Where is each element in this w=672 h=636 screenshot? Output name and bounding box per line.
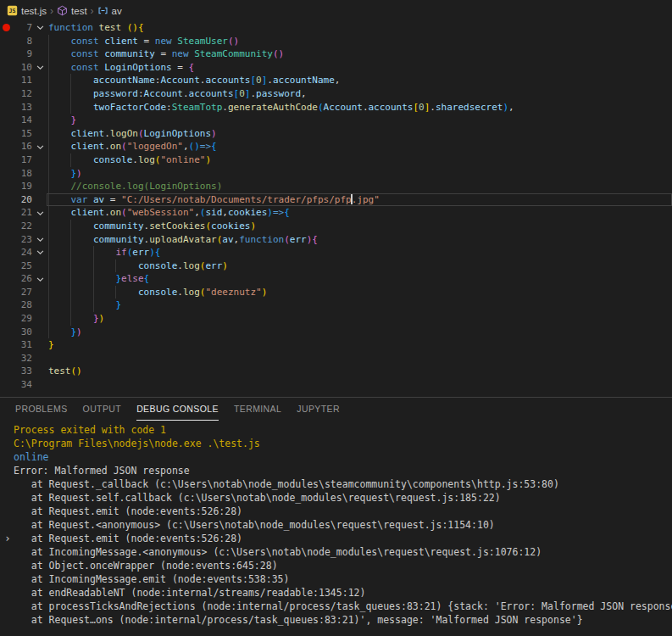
line-number[interactable]: 10 [12,61,32,75]
line-number[interactable]: 21 [12,206,32,220]
line-number[interactable]: 18 [12,167,32,181]
panel-tab-debug-console[interactable]: DEBUG CONSOLE [136,398,219,421]
breakpoint-margin[interactable] [0,101,12,114]
code-line[interactable]: 9const community = new SteamCommunity() [0,47,672,61]
line-number[interactable]: 20 [12,193,32,207]
breakpoint-margin[interactable] [0,246,12,259]
breakpoint-margin[interactable] [0,21,12,35]
code-line[interactable]: 15client.logOn(LoginOptions) [0,127,672,141]
fold-chevron-icon[interactable] [32,206,48,220]
line-number[interactable]: 29 [12,312,32,326]
code-line[interactable]: 7function test (){ [0,21,672,35]
breakpoint-margin[interactable] [0,167,12,181]
code-line[interactable]: 24if(err){ [0,246,672,259]
line-number[interactable]: 31 [12,338,32,352]
breakpoint-margin[interactable] [0,193,12,207]
code-line[interactable]: 11accountName:Account.accounts[0].accoun… [0,74,672,87]
breadcrumb-item-test[interactable]: test [57,5,87,16]
breakpoint-margin[interactable] [0,87,12,101]
code-line[interactable]: 30}) [0,326,672,339]
line-number[interactable]: 26 [12,272,32,286]
breakpoint-dot[interactable] [3,24,10,31]
fold-chevron-icon[interactable] [32,246,48,259]
line-number[interactable]: 28 [12,298,32,312]
code-line[interactable]: 28} [0,298,672,312]
line-number[interactable]: 23 [12,233,32,247]
line-number[interactable]: 8 [12,35,32,48]
breakpoint-margin[interactable] [0,312,12,326]
breakpoint-margin[interactable] [0,365,12,378]
line-number[interactable]: 11 [12,74,32,87]
line-number[interactable]: 24 [12,246,32,259]
line-number[interactable]: 34 [12,378,32,392]
breakpoint-margin[interactable] [0,140,12,153]
breakpoint-margin[interactable] [0,220,12,233]
editor-lines[interactable]: 7function test (){8const client = new St… [0,21,672,397]
code-line[interactable]: 14} [0,114,672,127]
breakpoint-margin[interactable] [0,127,12,141]
code-line[interactable]: 23community.uploadAvatar(av,function(err… [0,233,672,247]
line-number[interactable]: 25 [12,259,32,273]
breakpoint-margin[interactable] [0,206,12,220]
code-line[interactable]: 26}else{ [0,272,672,286]
panel-tab-jupyter[interactable]: JUPYTER [297,398,340,421]
line-number[interactable]: 14 [12,114,32,127]
breadcrumb-item-av[interactable]: av [97,5,122,16]
line-number[interactable]: 30 [12,326,32,339]
code-line[interactable]: 21client.on("webSession",(sid,cookies)=>… [0,206,672,220]
code-line[interactable]: 33test() [0,365,672,378]
line-number[interactable]: 7 [12,21,32,35]
fold-chevron-icon[interactable] [32,21,48,35]
panel-tab-terminal[interactable]: TERMINAL [234,398,281,421]
fold-chevron-icon[interactable] [32,233,48,247]
code-line[interactable]: 32 [0,352,672,365]
breakpoint-margin[interactable] [0,298,12,312]
line-number[interactable]: 13 [12,101,32,114]
breakpoint-margin[interactable] [0,352,12,365]
breakpoint-margin[interactable] [0,286,12,299]
breakpoint-margin[interactable] [0,272,12,286]
code-line[interactable]: 31} [0,338,672,352]
code-line[interactable]: 22community.setCookies(cookies) [0,220,672,233]
fold-chevron-icon[interactable] [32,140,48,153]
breakpoint-margin[interactable] [0,114,12,127]
debug-console[interactable]: › Process exited with code 1C:\Program F… [0,421,672,636]
code-line[interactable]: 25console.log(err) [0,259,672,273]
line-number[interactable]: 22 [12,220,32,233]
fold-chevron-icon[interactable] [32,272,48,286]
line-number[interactable]: 17 [12,153,32,167]
code-line[interactable]: 19//console.log(LoginOptions) [0,180,672,193]
code-line[interactable]: 16client.on("loggedOn",()=>{ [0,140,672,153]
code-line[interactable]: 8const client = new SteamUser() [0,35,672,48]
code-line[interactable]: 20var av = "C:/Users/notab/Documents/tra… [0,193,672,207]
panel-tab-output[interactable]: OUTPUT [83,398,122,421]
line-number[interactable]: 15 [12,127,32,141]
fold-chevron-icon[interactable] [32,61,48,75]
code-line[interactable]: 27console.log("deeznutz") [0,286,672,299]
breakpoint-margin[interactable] [0,74,12,87]
breakpoint-margin[interactable] [0,259,12,273]
breakpoint-margin[interactable] [0,378,12,392]
code-line[interactable]: 10const LoginOptions = { [0,61,672,75]
breakpoint-margin[interactable] [0,35,12,48]
line-number[interactable]: 33 [12,365,32,378]
breakpoint-margin[interactable] [0,338,12,352]
code-line[interactable]: 34 [0,378,672,392]
code-line[interactable]: 13twoFactorCode:SteamTotp.generateAuthCo… [0,101,672,114]
breadcrumb-item-test-js[interactable]: JStest.js [7,5,47,16]
line-number[interactable]: 12 [12,87,32,101]
code-line[interactable]: 18}) [0,167,672,181]
code-line[interactable]: 17console.log("online") [0,153,672,167]
line-number[interactable]: 27 [12,286,32,299]
breakpoint-margin[interactable] [0,180,12,193]
code-line[interactable]: 29}) [0,312,672,326]
line-number[interactable]: 16 [12,140,32,153]
breakpoint-margin[interactable] [0,153,12,167]
panel-tab-problems[interactable]: PROBLEMS [15,398,68,421]
line-number[interactable]: 9 [12,47,32,61]
line-number[interactable]: 32 [12,352,32,365]
line-number[interactable]: 19 [12,180,32,193]
code-line[interactable]: 12password:Account.accounts[0].password, [0,87,672,101]
breakpoint-margin[interactable] [0,47,12,61]
breakpoint-margin[interactable] [0,233,12,247]
